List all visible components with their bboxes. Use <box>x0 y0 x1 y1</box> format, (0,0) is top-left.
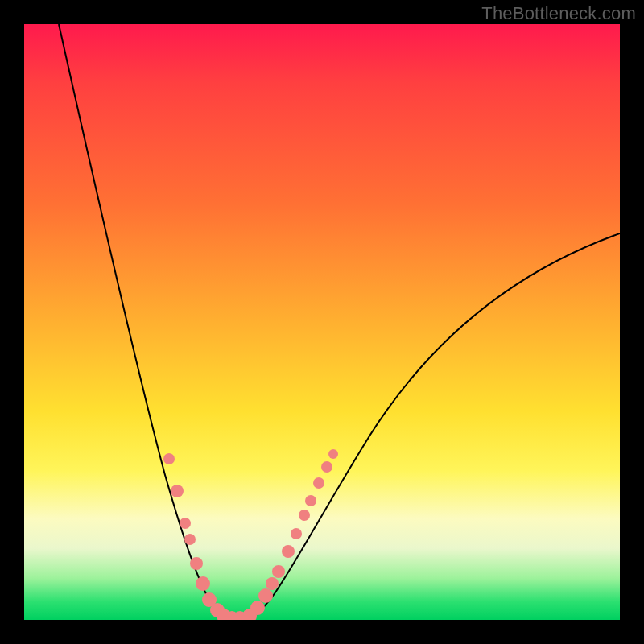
data-dot <box>305 495 316 506</box>
data-dot <box>266 577 279 590</box>
data-dot <box>299 510 310 521</box>
data-dot <box>163 453 175 464</box>
data-dot <box>282 545 295 558</box>
dots-group <box>163 449 338 620</box>
plot-area <box>24 24 620 620</box>
outer-frame: TheBottleneck.com <box>0 0 644 644</box>
data-dot <box>190 557 203 570</box>
data-dot <box>180 518 191 529</box>
watermark-text: TheBottleneck.com <box>481 3 636 24</box>
data-dot <box>250 601 265 615</box>
data-dot <box>321 461 332 473</box>
curve-left <box>59 24 229 619</box>
curve-right <box>246 233 620 619</box>
data-dot <box>272 565 285 578</box>
chart-svg <box>24 24 620 620</box>
data-dot <box>171 485 184 497</box>
data-dot <box>313 477 324 489</box>
data-dot <box>196 576 210 591</box>
data-dot <box>328 449 338 459</box>
data-dot <box>291 528 302 539</box>
data-dot <box>258 588 273 603</box>
data-dot <box>184 534 196 545</box>
